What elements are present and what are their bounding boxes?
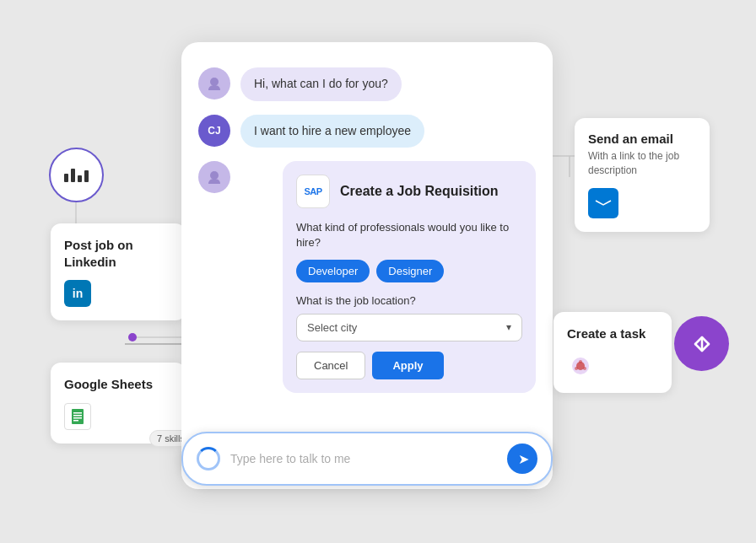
svg-point-19 [575, 367, 578, 370]
svg-rect-8 [73, 412, 82, 414]
tag-row: Developer Designer [296, 260, 522, 282]
google-sheets-icon [64, 403, 91, 430]
job-card-question1: What kind of professionals would you lik… [296, 220, 522, 250]
location-label: What is the job location? [296, 294, 522, 307]
sap-logo: SAP [296, 175, 330, 208]
task-icon [567, 352, 594, 379]
send-email-title: Send an email [588, 132, 696, 146]
post-job-title: Post job on Linkedin [64, 237, 172, 270]
chat-panel: Hi, what can I do for you? CJ I want to … [181, 42, 553, 489]
svg-point-12 [210, 78, 219, 86]
google-sheets-card: Google Sheets 7 skills [51, 363, 186, 444]
bot-avatar-icon [206, 75, 223, 92]
job-requisition-card: SAP Create a Job Requisition What kind o… [283, 161, 536, 392]
send-email-card: Send an email With a link to the job des… [575, 118, 710, 232]
bot-card-row: SAP Create a Job Requisition What kind o… [198, 161, 536, 392]
bot-avatar [198, 67, 230, 99]
svg-point-18 [583, 367, 586, 370]
google-sheets-title: Google Sheets [64, 376, 172, 393]
create-task-card: Create a task [554, 312, 672, 393]
right-circle-svg [687, 329, 717, 359]
send-button[interactable]: ➤ [507, 444, 537, 474]
svg-rect-11 [73, 420, 78, 422]
select-placeholder: Select city [307, 321, 357, 334]
svg-rect-7 [72, 409, 84, 424]
action-buttons: Cancel Apply [296, 352, 522, 379]
bars-chart-icon [64, 169, 89, 182]
bot-avatar-icon-2 [206, 169, 223, 185]
linkedin-icon: in [64, 280, 91, 307]
bot-message: Hi, what can I do for you? [198, 67, 536, 101]
loading-spinner [197, 447, 220, 470]
cancel-button[interactable]: Cancel [296, 352, 365, 379]
city-select[interactable]: Select city ▾ [296, 314, 522, 341]
user-bubble: I want to hire a new employee [240, 115, 424, 148]
svg-rect-9 [73, 415, 82, 417]
tag-developer[interactable]: Developer [296, 260, 370, 282]
svg-point-13 [210, 171, 219, 180]
svg-rect-10 [73, 417, 82, 419]
bot-bubble: Hi, what can I do for you? [240, 67, 402, 101]
chat-input-bar[interactable]: Type here to talk to me ➤ [181, 432, 553, 486]
create-task-title: Create a task [567, 325, 658, 342]
user-avatar: CJ [198, 115, 230, 147]
svg-rect-14 [596, 197, 611, 209]
chat-input-placeholder: Type here to talk to me [230, 452, 507, 465]
job-card-header: SAP Create a Job Requisition [296, 175, 522, 208]
job-card-title: Create a Job Requisition [340, 184, 499, 199]
send-icon: ➤ [518, 451, 529, 467]
outlook-icon [588, 188, 618, 218]
tag-designer[interactable]: Designer [376, 260, 444, 282]
left-circle-icon [49, 148, 104, 202]
right-circle-icon [674, 316, 729, 371]
user-message: CJ I want to hire a new employee [198, 115, 536, 148]
apply-button[interactable]: Apply [372, 352, 443, 379]
chevron-down-icon: ▾ [506, 321, 511, 333]
svg-point-17 [579, 360, 582, 363]
send-email-subtitle: With a link to the job description [588, 149, 696, 178]
left-connector-dot [128, 333, 137, 341]
bot-avatar-2 [198, 161, 230, 193]
post-job-card: Post job on Linkedin in [51, 223, 186, 320]
